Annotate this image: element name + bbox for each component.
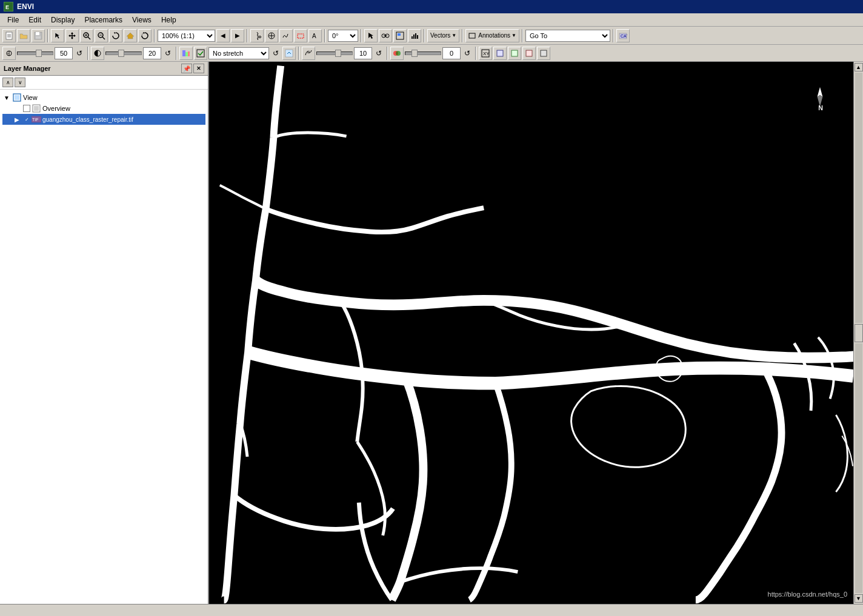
- goto-select[interactable]: Go To: [525, 30, 610, 42]
- overview-icon: [32, 104, 41, 113]
- contrast-refresh[interactable]: ↺: [162, 48, 173, 59]
- collapse-all-btn[interactable]: ∨: [15, 78, 25, 87]
- menu-placemarks[interactable]: Placemarks: [79, 15, 127, 25]
- expand-all-btn[interactable]: ∧: [2, 78, 13, 87]
- cursor-tool[interactable]: [364, 29, 378, 42]
- statistics-tool[interactable]: [408, 29, 421, 42]
- roi-tool[interactable]: [294, 29, 307, 42]
- zoom-in-btn[interactable]: [80, 29, 93, 42]
- menu-display[interactable]: Display: [46, 15, 79, 25]
- svg-rect-8: [36, 36, 41, 39]
- band-btn2[interactable]: [508, 47, 521, 60]
- zoom-forward-btn[interactable]: ▶: [231, 29, 244, 42]
- view-icon: [12, 93, 22, 102]
- annotation-tool[interactable]: A: [308, 29, 322, 42]
- spectral-tool[interactable]: [279, 29, 293, 42]
- menu-views[interactable]: Views: [127, 15, 156, 25]
- band-btn4[interactable]: [537, 47, 550, 60]
- overview-tool[interactable]: [393, 29, 407, 42]
- sep-t2-4: [387, 47, 388, 60]
- menu-edit[interactable]: Edit: [24, 15, 46, 25]
- separator6: [424, 29, 425, 42]
- svg-rect-25: [398, 33, 401, 36]
- brightness-slider[interactable]: [17, 51, 53, 55]
- separator9: [613, 29, 614, 42]
- save-btn[interactable]: [32, 29, 45, 42]
- probe-tool[interactable]: [265, 29, 278, 42]
- svg-rect-30: [469, 33, 475, 38]
- vectors-label: Vectors: [430, 32, 450, 39]
- catalog-btn[interactable]: CAT: [616, 29, 630, 42]
- map-area[interactable]: N https://blog.csdn.net/hqs_0: [209, 62, 853, 604]
- new-btn[interactable]: [2, 29, 16, 42]
- rotation-select[interactable]: 0° 90° 180° 270°: [328, 30, 358, 42]
- home-btn[interactable]: [124, 29, 137, 42]
- zoom-back-btn[interactable]: ◀: [216, 29, 230, 42]
- north-arrow: N: [811, 86, 829, 110]
- layer-name: guangzhou_class_raster_repair.tif: [42, 116, 133, 123]
- sharpen-icon[interactable]: [302, 47, 315, 60]
- sharpen-refresh[interactable]: ↺: [373, 48, 384, 59]
- brightness-decrease-btn[interactable]: [2, 47, 16, 60]
- panel-pin-btn[interactable]: 📌: [181, 64, 192, 73]
- svg-point-44: [396, 51, 401, 56]
- tree-overview-node[interactable]: ▶ Overview: [2, 103, 205, 114]
- link-tool[interactable]: [379, 29, 392, 42]
- zoom-out-btn[interactable]: [95, 29, 108, 42]
- open-btn[interactable]: [17, 29, 30, 42]
- brightness-input[interactable]: 50: [55, 47, 73, 59]
- sep-t2-5: [475, 47, 476, 60]
- select-btn[interactable]: [51, 29, 64, 42]
- scroll-track: [855, 73, 862, 323]
- scroll-down-btn[interactable]: ▼: [855, 594, 863, 603]
- svg-rect-49: [526, 50, 532, 56]
- panel-close-btn[interactable]: ✕: [193, 64, 204, 73]
- scroll-up-btn[interactable]: ▲: [855, 63, 863, 71]
- saturation-icon[interactable]: [390, 47, 404, 60]
- brightness-refresh[interactable]: ↺: [74, 48, 85, 59]
- svg-rect-27: [413, 35, 415, 39]
- contrast-decrease-btn[interactable]: [91, 47, 104, 60]
- pan-btn[interactable]: [65, 29, 79, 42]
- scroll-thumb[interactable]: [855, 324, 863, 342]
- saturation-input[interactable]: 0: [442, 47, 461, 59]
- tree-layer-node[interactable]: ▶ ✓ TIF guangzhou_class_raster_repair.ti…: [2, 114, 205, 125]
- sep-t2-2: [176, 47, 177, 60]
- sharpen-input[interactable]: 10: [354, 47, 372, 59]
- right-scrollbar[interactable]: ▲ ▼: [853, 62, 863, 604]
- stretch-select[interactable]: No stretch Linear Gaussian Square Root E…: [208, 47, 269, 59]
- menu-help[interactable]: Help: [156, 15, 181, 25]
- layer-panel-title: Layer Manager: [4, 65, 51, 72]
- saturation-slider[interactable]: [405, 51, 441, 55]
- separator8: [522, 29, 523, 42]
- menu-file[interactable]: File: [2, 15, 24, 25]
- saturation-refresh[interactable]: ↺: [462, 48, 473, 59]
- annotations-btn[interactable]: Annotations ▼: [465, 29, 519, 42]
- band-btn1[interactable]: [493, 47, 507, 60]
- contrast-input[interactable]: 20: [143, 47, 161, 59]
- layer-expand-icon: ▶: [15, 116, 22, 123]
- stretch-refresh[interactable]: ↺: [270, 48, 281, 59]
- stretch-save-btn[interactable]: [194, 47, 207, 60]
- contrast-slider[interactable]: [105, 51, 142, 55]
- statusbar: [0, 604, 863, 616]
- svg-line-10: [88, 37, 90, 39]
- annotations-arrow: ▼: [511, 33, 516, 38]
- band-btn3[interactable]: [522, 47, 536, 60]
- rotate-btn[interactable]: [109, 29, 122, 42]
- svg-rect-39: [188, 51, 190, 56]
- sharpen-slider[interactable]: [316, 51, 353, 55]
- separator2: [154, 29, 155, 42]
- tree-view-node[interactable]: ▼ View: [2, 92, 205, 103]
- layer-checkbox[interactable]: ✓: [23, 116, 30, 123]
- layer-icon: TIF: [32, 114, 41, 124]
- move-tool[interactable]: [250, 29, 264, 42]
- overview-checkbox[interactable]: [23, 105, 30, 112]
- app-icon: E: [4, 2, 13, 12]
- refresh-btn[interactable]: [138, 29, 152, 42]
- stretch-band-btn[interactable]: [179, 47, 193, 60]
- cursor-value-btn[interactable]: XY: [479, 47, 492, 60]
- vectors-btn[interactable]: Vectors ▼: [427, 29, 459, 42]
- zoom-select[interactable]: 100% (1:1) 50% 200% Fit: [158, 30, 215, 42]
- stretch-save2-btn[interactable]: [282, 47, 296, 60]
